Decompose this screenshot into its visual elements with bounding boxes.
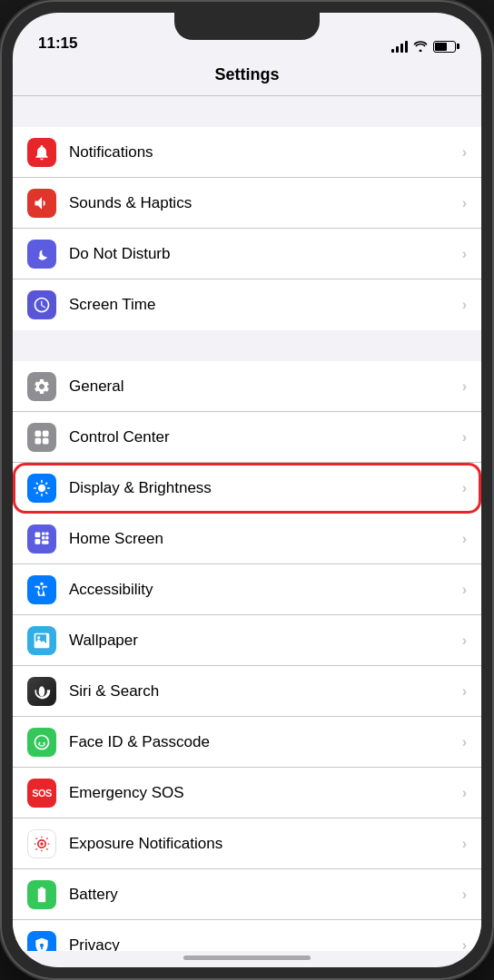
- controlcenter-chevron: ›: [462, 429, 467, 446]
- battery-label: Battery: [69, 886, 462, 904]
- siri-label: Siri & Search: [69, 682, 462, 701]
- settings-item-displaybrightness[interactable]: Display & Brightness ›: [13, 463, 481, 514]
- settings-item-siri[interactable]: Siri & Search ›: [13, 666, 481, 717]
- svg-point-15: [40, 842, 43, 845]
- status-icons: [391, 40, 456, 53]
- svg-rect-5: [42, 532, 44, 534]
- wallpaper-chevron: ›: [462, 632, 467, 649]
- page-title: Settings: [214, 65, 279, 83]
- settings-group-2: General › Control Center ›: [13, 361, 481, 951]
- settings-item-sounds[interactable]: Sounds & Haptics ›: [13, 178, 481, 229]
- emergencysos-icon: SOS: [27, 779, 56, 808]
- svg-rect-10: [42, 540, 49, 544]
- controlcenter-label: Control Center: [69, 428, 462, 446]
- notifications-chevron: ›: [462, 144, 467, 161]
- battery-chevron: ›: [462, 887, 467, 903]
- svg-rect-7: [42, 536, 44, 539]
- svg-line-23: [46, 838, 47, 838]
- donotdisturb-icon: [27, 240, 56, 269]
- svg-point-11: [40, 582, 43, 584]
- settings-item-battery[interactable]: Battery ›: [13, 869, 481, 920]
- battery-status-icon: [433, 41, 456, 53]
- screentime-icon: [27, 290, 56, 319]
- settings-item-controlcenter[interactable]: Control Center ›: [13, 412, 481, 463]
- section-gap-2: [13, 330, 481, 361]
- settings-item-wallpaper[interactable]: Wallpaper ›: [13, 615, 481, 666]
- status-time: 11:15: [38, 34, 77, 53]
- exposure-icon: [27, 829, 56, 858]
- svg-rect-9: [35, 539, 41, 544]
- svg-rect-1: [43, 430, 49, 436]
- notch: [174, 13, 320, 40]
- settings-item-donotdisturb[interactable]: Do Not Disturb ›: [13, 229, 481, 279]
- settings-item-accessibility[interactable]: Accessibility ›: [13, 564, 481, 615]
- svg-point-12: [37, 636, 40, 639]
- general-chevron: ›: [462, 378, 467, 395]
- general-label: General: [69, 377, 462, 396]
- wallpaper-icon: [27, 626, 56, 655]
- settings-item-general[interactable]: General ›: [13, 361, 481, 412]
- homescreen-icon: [27, 524, 56, 554]
- sounds-icon: [27, 189, 56, 218]
- controlcenter-icon: [27, 423, 56, 452]
- homescreen-chevron: ›: [462, 531, 467, 547]
- faceid-chevron: ›: [462, 734, 467, 750]
- general-icon: [27, 372, 56, 401]
- privacy-chevron: ›: [462, 937, 467, 951]
- displaybrightness-label: Display & Brightness: [69, 479, 462, 497]
- phone-frame: 11:15 Settings: [0, 0, 494, 980]
- settings-item-privacy[interactable]: Privacy ›: [13, 920, 481, 951]
- svg-rect-6: [45, 532, 48, 534]
- homescreen-label: Home Screen: [69, 530, 462, 548]
- accessibility-chevron: ›: [462, 582, 467, 598]
- wallpaper-label: Wallpaper: [69, 632, 462, 650]
- sounds-chevron: ›: [462, 195, 467, 211]
- privacy-label: Privacy: [69, 936, 462, 951]
- svg-rect-8: [45, 536, 48, 539]
- settings-item-screentime[interactable]: Screen Time ›: [13, 279, 481, 330]
- notifications-label: Notifications: [69, 143, 462, 162]
- settings-item-faceid[interactable]: Face ID & Passcode ›: [13, 717, 481, 768]
- battery-icon: [27, 880, 56, 909]
- emergencysos-chevron: ›: [462, 785, 467, 801]
- donotdisturb-label: Do Not Disturb: [69, 245, 462, 263]
- settings-item-homescreen[interactable]: Home Screen ›: [13, 514, 481, 564]
- screentime-label: Screen Time: [69, 296, 462, 314]
- siri-icon: [27, 677, 56, 706]
- privacy-icon: [27, 931, 56, 951]
- settings-group-1: Notifications › Sounds & Haptics ›: [13, 127, 481, 330]
- svg-line-20: [36, 838, 37, 838]
- displaybrightness-icon: [27, 474, 56, 503]
- notifications-icon: [27, 138, 56, 167]
- displaybrightness-chevron: ›: [462, 480, 467, 496]
- sounds-label: Sounds & Haptics: [69, 194, 462, 212]
- settings-item-exposure[interactable]: Exposure Notifications ›: [13, 818, 481, 869]
- exposure-chevron: ›: [462, 836, 467, 852]
- signal-icon: [391, 40, 408, 53]
- screentime-chevron: ›: [462, 297, 467, 313]
- svg-rect-2: [35, 437, 42, 444]
- svg-line-22: [36, 848, 37, 849]
- settings-item-notifications[interactable]: Notifications ›: [13, 127, 481, 178]
- svg-rect-3: [43, 437, 49, 444]
- svg-rect-0: [35, 430, 42, 436]
- siri-chevron: ›: [462, 683, 467, 700]
- faceid-icon: [27, 728, 56, 757]
- section-gap-1: [13, 96, 481, 127]
- phone-screen: 11:15 Settings: [13, 13, 481, 967]
- accessibility-label: Accessibility: [69, 581, 462, 599]
- settings-item-emergencysos[interactable]: SOS Emergency SOS ›: [13, 768, 481, 818]
- page-title-bar: Settings: [13, 58, 481, 96]
- wifi-icon: [413, 41, 428, 52]
- home-bar: [183, 956, 311, 960]
- accessibility-icon: [27, 575, 56, 604]
- svg-point-13: [39, 686, 45, 697]
- emergencysos-label: Emergency SOS: [69, 784, 462, 802]
- exposure-label: Exposure Notifications: [69, 835, 462, 853]
- faceid-label: Face ID & Passcode: [69, 733, 462, 751]
- settings-list[interactable]: Notifications › Sounds & Haptics ›: [13, 96, 481, 951]
- donotdisturb-chevron: ›: [462, 246, 467, 262]
- svg-rect-4: [35, 532, 41, 537]
- svg-line-21: [46, 848, 47, 849]
